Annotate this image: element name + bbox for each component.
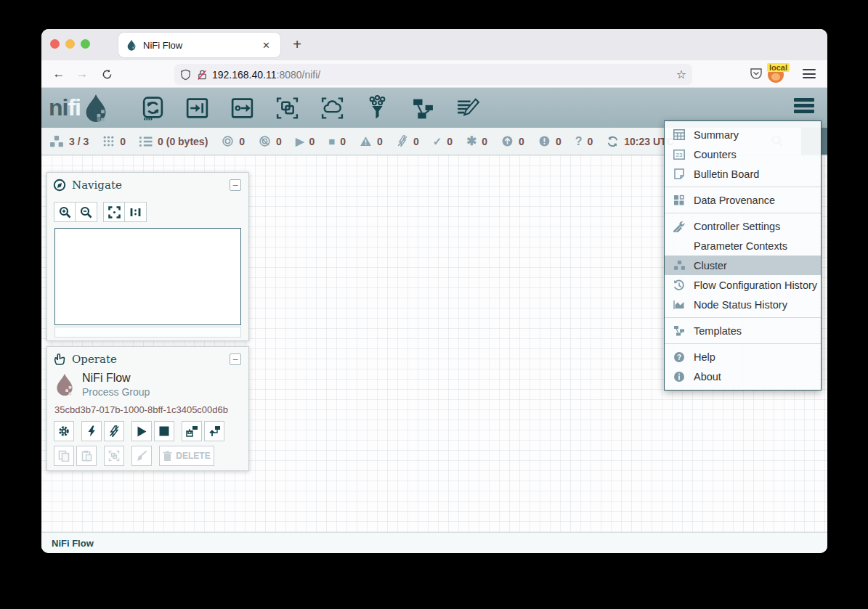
lightning-slash-icon bbox=[109, 425, 120, 437]
output-port-component-icon[interactable] bbox=[229, 94, 256, 122]
disabled-icon bbox=[397, 135, 408, 147]
selected-component-id: 35cbd3b7-017b-1000-8bff-1c3405c00d6b bbox=[54, 404, 248, 415]
funnel-component-icon[interactable] bbox=[364, 94, 391, 122]
back-button[interactable]: ← bbox=[49, 60, 69, 88]
help-icon: ? bbox=[673, 351, 686, 363]
menu-item-controller-settings[interactable]: Controller Settings bbox=[665, 216, 821, 236]
svg-text:23: 23 bbox=[676, 152, 683, 158]
minimize-window-button[interactable] bbox=[65, 39, 75, 49]
sync-failure-icon: ? bbox=[575, 135, 583, 148]
nifi-global-menu-button[interactable] bbox=[794, 98, 814, 115]
invalid-icon bbox=[360, 136, 372, 147]
operate-title: Operate bbox=[72, 353, 230, 366]
browser-tab[interactable]: NiFi Flow ✕ bbox=[118, 33, 280, 57]
menu-item-summary[interactable]: Summary bbox=[665, 125, 821, 144]
browser-menu-icon[interactable] bbox=[803, 69, 816, 81]
breadcrumb[interactable]: NiFi Flow bbox=[52, 538, 94, 549]
processor-component-icon[interactable] bbox=[139, 94, 166, 122]
menu-item-about[interactable]: About bbox=[665, 367, 821, 386]
color-button[interactable] bbox=[131, 446, 152, 466]
group-button[interactable] bbox=[104, 446, 124, 466]
node-status-history-icon bbox=[673, 300, 686, 310]
zoom-out-button[interactable] bbox=[76, 202, 97, 222]
zoom-actual-size-button[interactable] bbox=[125, 202, 147, 222]
nifi-favicon bbox=[126, 39, 137, 51]
new-tab-button[interactable]: + bbox=[288, 36, 306, 54]
forward-button[interactable]: → bbox=[72, 60, 92, 88]
close-tab-icon[interactable]: ✕ bbox=[259, 38, 273, 52]
navigate-palette: Navigate – bbox=[46, 172, 249, 341]
tab-title: NiFi Flow bbox=[143, 40, 259, 51]
breadcrumb-bar: NiFi Flow bbox=[41, 532, 827, 553]
up-to-date-icon: ✓ bbox=[433, 135, 442, 148]
start-button[interactable] bbox=[131, 421, 152, 441]
zoom-fit-button[interactable] bbox=[103, 202, 125, 222]
refresh-icon[interactable] bbox=[607, 136, 619, 147]
lock-insecure-icon[interactable] bbox=[197, 69, 208, 81]
menu-item-node-status-history[interactable]: Node Status History bbox=[665, 295, 821, 314]
menu-item-bulletin-board[interactable]: Bulletin Board bbox=[665, 164, 821, 184]
close-window-button[interactable] bbox=[50, 39, 60, 49]
traffic-lights bbox=[50, 39, 90, 49]
reload-button[interactable] bbox=[97, 60, 117, 88]
reload-icon bbox=[102, 69, 113, 80]
status-sync-failure: ? 0 bbox=[575, 135, 593, 148]
menu-divider bbox=[665, 187, 821, 187]
stop-button[interactable] bbox=[154, 421, 174, 441]
group-icon bbox=[108, 450, 120, 462]
menu-item-flow-configuration-history[interactable]: Flow Configuration History bbox=[665, 275, 821, 295]
status-stale: 0 bbox=[501, 135, 524, 147]
data-provenance-icon bbox=[673, 195, 686, 206]
pocket-icon[interactable] bbox=[750, 68, 763, 83]
paste-button[interactable] bbox=[76, 446, 97, 466]
remote-process-group-component-icon[interactable] bbox=[319, 94, 346, 122]
status-transmitting: 0 bbox=[222, 135, 245, 147]
copy-button[interactable] bbox=[54, 446, 74, 466]
navigate-title: Navigate bbox=[72, 179, 230, 192]
label-component-icon[interactable] bbox=[454, 94, 481, 122]
running-icon: ▶ bbox=[296, 135, 304, 148]
status-stopped: ■ 0 bbox=[328, 135, 346, 147]
birdseye-map[interactable] bbox=[54, 228, 241, 325]
menu-item-parameter-contexts[interactable]: Parameter Contexts bbox=[665, 236, 821, 256]
navigate-header: Navigate – bbox=[47, 173, 248, 195]
menu-divider bbox=[665, 317, 821, 318]
stale-icon bbox=[501, 135, 514, 147]
menu-item-data-provenance[interactable]: Data Provenance bbox=[665, 190, 821, 210]
collapse-navigate-button[interactable]: – bbox=[230, 179, 241, 191]
enable-button[interactable] bbox=[81, 421, 102, 441]
zoom-in-button[interactable] bbox=[54, 202, 76, 222]
not-transmitting-icon bbox=[259, 135, 271, 147]
collapse-operate-button[interactable]: – bbox=[230, 353, 241, 365]
status-connected-nodes: 3 / 3 bbox=[49, 135, 89, 148]
browser-navbar: ← → 192.168.40.11:8080/nifi/ ☆ bbox=[41, 60, 827, 88]
bookmark-star-icon[interactable]: ☆ bbox=[676, 68, 686, 81]
operate-header: Operate – bbox=[47, 347, 248, 369]
input-port-component-icon[interactable] bbox=[184, 94, 211, 122]
shield-icon[interactable] bbox=[180, 69, 191, 81]
menu-item-templates[interactable]: Templates bbox=[665, 321, 821, 340]
status-locally-modified: ✱ 0 bbox=[466, 134, 487, 149]
configure-button[interactable] bbox=[54, 421, 74, 441]
account-badge: local bbox=[767, 63, 790, 72]
status-invalid: 0 bbox=[360, 136, 383, 147]
delete-button[interactable]: DELETE bbox=[159, 446, 214, 466]
controller-settings-icon bbox=[673, 221, 686, 232]
url-text: 192.168.40.11:8080/nifi/ bbox=[212, 69, 320, 81]
upload-template-button[interactable] bbox=[204, 421, 224, 441]
disable-button[interactable] bbox=[104, 421, 124, 441]
cluster-icon bbox=[49, 135, 64, 148]
menu-divider bbox=[665, 213, 821, 213]
operate-hand-icon bbox=[53, 353, 66, 366]
url-bar[interactable]: 192.168.40.11:8080/nifi/ ☆ bbox=[174, 64, 692, 85]
menu-item-help[interactable]: ? Help bbox=[665, 347, 821, 367]
maximize-window-button[interactable] bbox=[81, 39, 90, 49]
template-component-icon[interactable] bbox=[409, 94, 436, 122]
process-group-component-icon[interactable] bbox=[274, 94, 301, 122]
save-template-button[interactable] bbox=[182, 421, 202, 441]
threads-icon bbox=[102, 135, 115, 147]
menu-item-counters[interactable]: 23 Counters bbox=[665, 144, 821, 164]
operate-palette: Operate – NiFi Flow Process Group 35cbd3… bbox=[46, 346, 249, 471]
menu-item-cluster[interactable]: Cluster bbox=[665, 256, 821, 275]
status-locally-modified-stale: 0 bbox=[538, 135, 561, 147]
